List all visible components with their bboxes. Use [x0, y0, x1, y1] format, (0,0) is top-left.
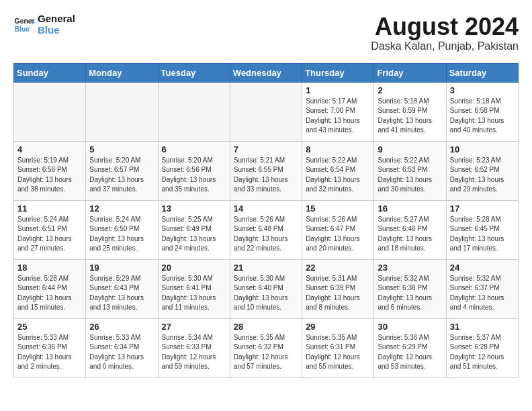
calendar-cell: 10Sunrise: 5:23 AM Sunset: 6:52 PM Dayli…: [446, 141, 518, 200]
day-info: Sunrise: 5:31 AM Sunset: 6:39 PM Dayligh…: [306, 274, 370, 313]
day-number: 6: [162, 144, 226, 154]
calendar-cell: 2Sunrise: 5:18 AM Sunset: 6:59 PM Daylig…: [374, 82, 446, 141]
calendar-cell: 1Sunrise: 5:17 AM Sunset: 7:00 PM Daylig…: [302, 82, 374, 141]
calendar-cell: 18Sunrise: 5:28 AM Sunset: 6:44 PM Dayli…: [14, 259, 86, 318]
weekday-header-saturday: Saturday: [446, 63, 518, 82]
calendar-cell: [14, 82, 86, 141]
title-block: August 2024 Daska Kalan, Punjab, Pakista…: [371, 13, 519, 52]
day-info: Sunrise: 5:21 AM Sunset: 6:55 PM Dayligh…: [234, 156, 298, 195]
day-info: Sunrise: 5:24 AM Sunset: 6:51 PM Dayligh…: [17, 215, 82, 254]
calendar-cell: [158, 82, 230, 141]
calendar-cell: 15Sunrise: 5:26 AM Sunset: 6:47 PM Dayli…: [302, 200, 374, 259]
day-info: Sunrise: 5:26 AM Sunset: 6:48 PM Dayligh…: [234, 215, 298, 254]
calendar-cell: 7Sunrise: 5:21 AM Sunset: 6:55 PM Daylig…: [230, 141, 302, 200]
day-info: Sunrise: 5:23 AM Sunset: 6:52 PM Dayligh…: [450, 156, 515, 195]
day-info: Sunrise: 5:20 AM Sunset: 6:57 PM Dayligh…: [89, 156, 154, 195]
calendar-cell: 14Sunrise: 5:26 AM Sunset: 6:48 PM Dayli…: [230, 200, 302, 259]
logo: General Blue General Blue: [13, 13, 75, 36]
calendar-cell: 3Sunrise: 5:18 AM Sunset: 6:58 PM Daylig…: [446, 82, 518, 141]
day-info: Sunrise: 5:28 AM Sunset: 6:44 PM Dayligh…: [17, 274, 82, 313]
day-number: 10: [450, 144, 515, 154]
calendar-cell: 28Sunrise: 5:35 AM Sunset: 6:32 PM Dayli…: [230, 318, 302, 377]
day-info: Sunrise: 5:24 AM Sunset: 6:50 PM Dayligh…: [89, 215, 154, 254]
day-info: Sunrise: 5:35 AM Sunset: 6:32 PM Dayligh…: [234, 333, 298, 372]
day-info: Sunrise: 5:29 AM Sunset: 6:43 PM Dayligh…: [89, 274, 154, 313]
day-number: 16: [378, 203, 442, 214]
day-info: Sunrise: 5:35 AM Sunset: 6:31 PM Dayligh…: [306, 333, 370, 372]
calendar-cell: 4Sunrise: 5:19 AM Sunset: 6:58 PM Daylig…: [14, 141, 86, 200]
day-number: 18: [17, 263, 82, 273]
calendar-cell: 19Sunrise: 5:29 AM Sunset: 6:43 PM Dayli…: [86, 259, 158, 318]
location-subtitle: Daska Kalan, Punjab, Pakistan: [371, 40, 519, 52]
day-info: Sunrise: 5:18 AM Sunset: 6:59 PM Dayligh…: [378, 97, 442, 136]
day-number: 22: [306, 263, 370, 273]
calendar-cell: 11Sunrise: 5:24 AM Sunset: 6:51 PM Dayli…: [14, 200, 86, 259]
calendar-week-row: 1Sunrise: 5:17 AM Sunset: 7:00 PM Daylig…: [14, 82, 519, 141]
calendar-cell: [230, 82, 302, 141]
calendar-cell: 21Sunrise: 5:30 AM Sunset: 6:40 PM Dayli…: [230, 259, 302, 318]
weekday-header-sunday: Sunday: [14, 63, 86, 82]
weekday-header-row: SundayMondayTuesdayWednesdayThursdayFrid…: [14, 63, 519, 82]
day-number: 8: [306, 144, 370, 154]
calendar-cell: 20Sunrise: 5:30 AM Sunset: 6:41 PM Dayli…: [158, 259, 230, 318]
weekday-header-monday: Monday: [86, 63, 158, 82]
day-number: 9: [378, 144, 442, 154]
calendar-cell: 9Sunrise: 5:22 AM Sunset: 6:53 PM Daylig…: [374, 141, 446, 200]
day-info: Sunrise: 5:36 AM Sunset: 6:29 PM Dayligh…: [378, 333, 442, 372]
calendar-table: SundayMondayTuesdayWednesdayThursdayFrid…: [13, 63, 519, 378]
day-number: 20: [162, 263, 226, 273]
calendar-week-row: 25Sunrise: 5:33 AM Sunset: 6:36 PM Dayli…: [14, 318, 519, 377]
day-number: 21: [234, 263, 298, 273]
day-number: 25: [17, 322, 82, 332]
calendar-cell: 17Sunrise: 5:28 AM Sunset: 6:45 PM Dayli…: [446, 200, 518, 259]
page-header: General Blue General Blue August 2024 Da…: [13, 13, 519, 52]
day-number: 27: [162, 322, 226, 332]
svg-text:Blue: Blue: [15, 25, 30, 32]
day-number: 5: [89, 144, 154, 154]
month-year-title: August 2024: [371, 13, 519, 40]
calendar-week-row: 18Sunrise: 5:28 AM Sunset: 6:44 PM Dayli…: [14, 259, 519, 318]
day-number: 19: [89, 263, 154, 273]
day-info: Sunrise: 5:19 AM Sunset: 6:58 PM Dayligh…: [17, 156, 82, 195]
day-info: Sunrise: 5:30 AM Sunset: 6:40 PM Dayligh…: [234, 274, 298, 313]
day-info: Sunrise: 5:37 AM Sunset: 6:28 PM Dayligh…: [450, 333, 515, 372]
day-info: Sunrise: 5:22 AM Sunset: 6:54 PM Dayligh…: [306, 156, 370, 195]
day-number: 4: [17, 144, 82, 154]
weekday-header-thursday: Thursday: [302, 63, 374, 82]
day-number: 30: [378, 322, 442, 332]
day-number: 15: [306, 203, 370, 214]
calendar-week-row: 11Sunrise: 5:24 AM Sunset: 6:51 PM Dayli…: [14, 200, 519, 259]
calendar-cell: 16Sunrise: 5:27 AM Sunset: 6:46 PM Dayli…: [374, 200, 446, 259]
calendar-cell: 22Sunrise: 5:31 AM Sunset: 6:39 PM Dayli…: [302, 259, 374, 318]
day-info: Sunrise: 5:26 AM Sunset: 6:47 PM Dayligh…: [306, 215, 370, 254]
day-number: 3: [450, 85, 515, 95]
day-info: Sunrise: 5:25 AM Sunset: 6:49 PM Dayligh…: [162, 215, 226, 254]
calendar-cell: 12Sunrise: 5:24 AM Sunset: 6:50 PM Dayli…: [86, 200, 158, 259]
day-info: Sunrise: 5:20 AM Sunset: 6:56 PM Dayligh…: [162, 156, 226, 195]
day-info: Sunrise: 5:34 AM Sunset: 6:33 PM Dayligh…: [162, 333, 226, 372]
weekday-header-tuesday: Tuesday: [158, 63, 230, 82]
weekday-header-friday: Friday: [374, 63, 446, 82]
day-info: Sunrise: 5:28 AM Sunset: 6:45 PM Dayligh…: [450, 215, 515, 254]
day-number: 26: [89, 322, 154, 332]
day-number: 28: [234, 322, 298, 332]
calendar-cell: 29Sunrise: 5:35 AM Sunset: 6:31 PM Dayli…: [302, 318, 374, 377]
day-info: Sunrise: 5:30 AM Sunset: 6:41 PM Dayligh…: [162, 274, 226, 313]
day-number: 2: [378, 85, 442, 95]
day-number: 1: [306, 85, 370, 95]
day-info: Sunrise: 5:32 AM Sunset: 6:38 PM Dayligh…: [378, 274, 442, 313]
calendar-cell: 8Sunrise: 5:22 AM Sunset: 6:54 PM Daylig…: [302, 141, 374, 200]
logo-general: General: [38, 13, 75, 25]
day-number: 17: [450, 203, 515, 214]
day-number: 29: [306, 322, 370, 332]
calendar-week-row: 4Sunrise: 5:19 AM Sunset: 6:58 PM Daylig…: [14, 141, 519, 200]
day-number: 11: [17, 203, 82, 214]
day-info: Sunrise: 5:27 AM Sunset: 6:46 PM Dayligh…: [378, 215, 442, 254]
day-info: Sunrise: 5:18 AM Sunset: 6:58 PM Dayligh…: [450, 97, 515, 136]
day-info: Sunrise: 5:17 AM Sunset: 7:00 PM Dayligh…: [306, 97, 370, 136]
calendar-cell: 30Sunrise: 5:36 AM Sunset: 6:29 PM Dayli…: [374, 318, 446, 377]
day-number: 23: [378, 263, 442, 273]
weekday-header-wednesday: Wednesday: [230, 63, 302, 82]
calendar-cell: 6Sunrise: 5:20 AM Sunset: 6:56 PM Daylig…: [158, 141, 230, 200]
logo-blue: Blue: [38, 25, 75, 36]
